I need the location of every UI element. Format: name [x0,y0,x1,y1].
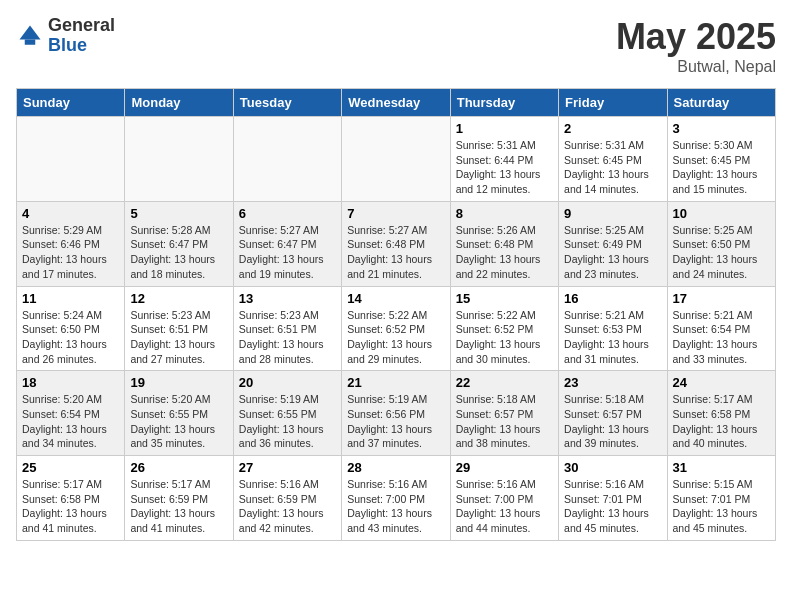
calendar-cell: 2Sunrise: 5:31 AM Sunset: 6:45 PM Daylig… [559,117,667,202]
calendar-cell: 29Sunrise: 5:16 AM Sunset: 7:00 PM Dayli… [450,456,558,541]
day-info: Sunrise: 5:19 AM Sunset: 6:56 PM Dayligh… [347,392,444,451]
calendar-cell: 15Sunrise: 5:22 AM Sunset: 6:52 PM Dayli… [450,286,558,371]
day-info: Sunrise: 5:30 AM Sunset: 6:45 PM Dayligh… [673,138,770,197]
calendar-cell: 17Sunrise: 5:21 AM Sunset: 6:54 PM Dayli… [667,286,775,371]
day-number: 29 [456,460,553,475]
calendar-week-row: 18Sunrise: 5:20 AM Sunset: 6:54 PM Dayli… [17,371,776,456]
day-number: 8 [456,206,553,221]
day-info: Sunrise: 5:21 AM Sunset: 6:54 PM Dayligh… [673,308,770,367]
day-number: 4 [22,206,119,221]
day-number: 9 [564,206,661,221]
calendar-cell: 8Sunrise: 5:26 AM Sunset: 6:48 PM Daylig… [450,201,558,286]
day-number: 26 [130,460,227,475]
day-info: Sunrise: 5:27 AM Sunset: 6:48 PM Dayligh… [347,223,444,282]
calendar-cell [17,117,125,202]
title-block: May 2025 Butwal, Nepal [616,16,776,76]
weekday-header: Friday [559,89,667,117]
svg-rect-1 [25,39,36,44]
day-number: 31 [673,460,770,475]
day-number: 28 [347,460,444,475]
day-info: Sunrise: 5:29 AM Sunset: 6:46 PM Dayligh… [22,223,119,282]
day-info: Sunrise: 5:31 AM Sunset: 6:45 PM Dayligh… [564,138,661,197]
calendar-cell: 6Sunrise: 5:27 AM Sunset: 6:47 PM Daylig… [233,201,341,286]
calendar-cell: 7Sunrise: 5:27 AM Sunset: 6:48 PM Daylig… [342,201,450,286]
day-number: 27 [239,460,336,475]
day-number: 16 [564,291,661,306]
day-info: Sunrise: 5:18 AM Sunset: 6:57 PM Dayligh… [564,392,661,451]
day-number: 3 [673,121,770,136]
day-number: 11 [22,291,119,306]
weekday-header: Monday [125,89,233,117]
day-info: Sunrise: 5:20 AM Sunset: 6:54 PM Dayligh… [22,392,119,451]
calendar-cell: 3Sunrise: 5:30 AM Sunset: 6:45 PM Daylig… [667,117,775,202]
day-info: Sunrise: 5:17 AM Sunset: 6:59 PM Dayligh… [130,477,227,536]
weekday-header-row: SundayMondayTuesdayWednesdayThursdayFrid… [17,89,776,117]
calendar-week-row: 11Sunrise: 5:24 AM Sunset: 6:50 PM Dayli… [17,286,776,371]
day-number: 12 [130,291,227,306]
day-info: Sunrise: 5:22 AM Sunset: 6:52 PM Dayligh… [456,308,553,367]
calendar-cell: 30Sunrise: 5:16 AM Sunset: 7:01 PM Dayli… [559,456,667,541]
day-info: Sunrise: 5:28 AM Sunset: 6:47 PM Dayligh… [130,223,227,282]
day-info: Sunrise: 5:31 AM Sunset: 6:44 PM Dayligh… [456,138,553,197]
weekday-header: Wednesday [342,89,450,117]
calendar-cell: 19Sunrise: 5:20 AM Sunset: 6:55 PM Dayli… [125,371,233,456]
main-title: May 2025 [616,16,776,58]
calendar-cell: 4Sunrise: 5:29 AM Sunset: 6:46 PM Daylig… [17,201,125,286]
weekday-header: Tuesday [233,89,341,117]
day-number: 19 [130,375,227,390]
calendar-cell: 22Sunrise: 5:18 AM Sunset: 6:57 PM Dayli… [450,371,558,456]
weekday-header: Sunday [17,89,125,117]
day-number: 22 [456,375,553,390]
day-info: Sunrise: 5:17 AM Sunset: 6:58 PM Dayligh… [673,392,770,451]
calendar-cell: 31Sunrise: 5:15 AM Sunset: 7:01 PM Dayli… [667,456,775,541]
day-number: 17 [673,291,770,306]
calendar-cell: 14Sunrise: 5:22 AM Sunset: 6:52 PM Dayli… [342,286,450,371]
day-info: Sunrise: 5:26 AM Sunset: 6:48 PM Dayligh… [456,223,553,282]
calendar-cell: 28Sunrise: 5:16 AM Sunset: 7:00 PM Dayli… [342,456,450,541]
logo-icon [16,22,44,50]
day-info: Sunrise: 5:25 AM Sunset: 6:50 PM Dayligh… [673,223,770,282]
day-number: 24 [673,375,770,390]
subtitle: Butwal, Nepal [616,58,776,76]
day-number: 7 [347,206,444,221]
day-info: Sunrise: 5:21 AM Sunset: 6:53 PM Dayligh… [564,308,661,367]
calendar-table: SundayMondayTuesdayWednesdayThursdayFrid… [16,88,776,541]
day-info: Sunrise: 5:16 AM Sunset: 7:00 PM Dayligh… [347,477,444,536]
calendar-week-row: 4Sunrise: 5:29 AM Sunset: 6:46 PM Daylig… [17,201,776,286]
calendar-week-row: 1Sunrise: 5:31 AM Sunset: 6:44 PM Daylig… [17,117,776,202]
calendar-cell: 20Sunrise: 5:19 AM Sunset: 6:55 PM Dayli… [233,371,341,456]
day-number: 20 [239,375,336,390]
page-header: General Blue May 2025 Butwal, Nepal [16,16,776,76]
day-number: 13 [239,291,336,306]
day-number: 23 [564,375,661,390]
calendar-cell: 16Sunrise: 5:21 AM Sunset: 6:53 PM Dayli… [559,286,667,371]
calendar-cell: 27Sunrise: 5:16 AM Sunset: 6:59 PM Dayli… [233,456,341,541]
day-info: Sunrise: 5:23 AM Sunset: 6:51 PM Dayligh… [239,308,336,367]
calendar-week-row: 25Sunrise: 5:17 AM Sunset: 6:58 PM Dayli… [17,456,776,541]
logo: General Blue [16,16,115,56]
day-info: Sunrise: 5:20 AM Sunset: 6:55 PM Dayligh… [130,392,227,451]
calendar-cell: 9Sunrise: 5:25 AM Sunset: 6:49 PM Daylig… [559,201,667,286]
day-info: Sunrise: 5:24 AM Sunset: 6:50 PM Dayligh… [22,308,119,367]
calendar-cell [342,117,450,202]
calendar-cell: 11Sunrise: 5:24 AM Sunset: 6:50 PM Dayli… [17,286,125,371]
day-number: 5 [130,206,227,221]
day-number: 15 [456,291,553,306]
day-info: Sunrise: 5:18 AM Sunset: 6:57 PM Dayligh… [456,392,553,451]
day-number: 6 [239,206,336,221]
svg-marker-0 [20,25,41,39]
day-info: Sunrise: 5:19 AM Sunset: 6:55 PM Dayligh… [239,392,336,451]
day-info: Sunrise: 5:17 AM Sunset: 6:58 PM Dayligh… [22,477,119,536]
calendar-cell: 25Sunrise: 5:17 AM Sunset: 6:58 PM Dayli… [17,456,125,541]
day-number: 14 [347,291,444,306]
calendar-cell: 12Sunrise: 5:23 AM Sunset: 6:51 PM Dayli… [125,286,233,371]
logo-blue: Blue [48,36,115,56]
day-number: 18 [22,375,119,390]
calendar-cell: 10Sunrise: 5:25 AM Sunset: 6:50 PM Dayli… [667,201,775,286]
weekday-header: Saturday [667,89,775,117]
calendar-cell [233,117,341,202]
day-info: Sunrise: 5:22 AM Sunset: 6:52 PM Dayligh… [347,308,444,367]
calendar-cell: 23Sunrise: 5:18 AM Sunset: 6:57 PM Dayli… [559,371,667,456]
day-number: 30 [564,460,661,475]
day-info: Sunrise: 5:23 AM Sunset: 6:51 PM Dayligh… [130,308,227,367]
